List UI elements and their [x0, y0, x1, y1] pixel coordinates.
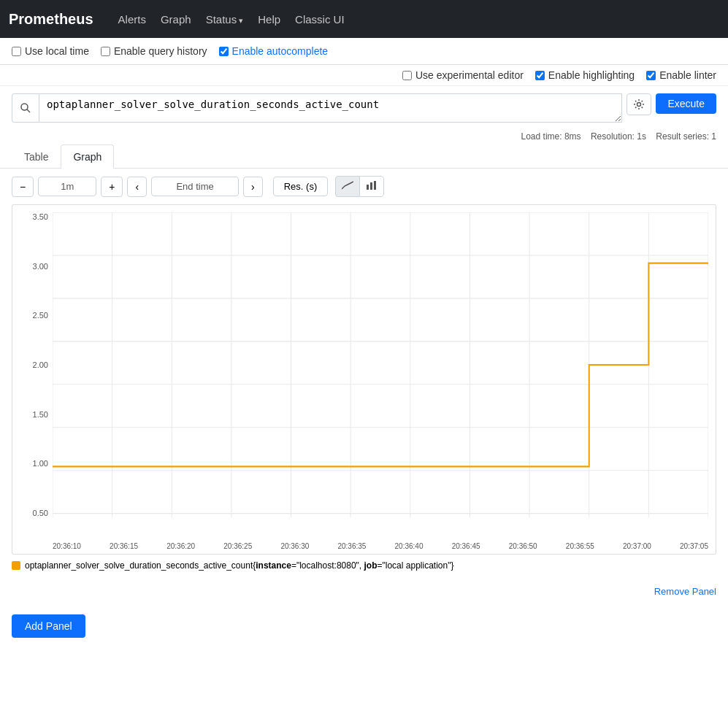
svg-line-1 [27, 109, 30, 112]
zoom-out-button[interactable]: − [12, 177, 34, 197]
experimental-editor-label: Use experimental editor [415, 69, 524, 81]
query-bar: optaplanner_solver_solve_duration_second… [0, 86, 728, 130]
query-input[interactable]: optaplanner_solver_solve_duration_second… [39, 93, 622, 123]
nav-graph[interactable]: Graph [153, 9, 199, 30]
enable-query-history-checkbox[interactable] [101, 47, 110, 56]
svg-rect-4 [370, 182, 372, 190]
enable-linter-label: Enable linter [659, 69, 716, 81]
add-panel-area: Add Panel [0, 603, 728, 649]
y-label-1: 3.00 [33, 262, 48, 271]
search-button[interactable] [12, 93, 39, 123]
resolution-button[interactable]: Res. (s) [273, 177, 329, 196]
enable-highlighting-checkbox[interactable] [535, 71, 545, 80]
resolution: Resolution: 1s [591, 131, 646, 142]
y-axis: 3.50 3.00 2.50 2.00 1.50 1.00 0.50 [12, 212, 53, 517]
svg-rect-5 [374, 181, 376, 190]
brand-title: Prometheus [9, 11, 93, 28]
options-bar: Use local time Enable query history Enab… [0, 38, 728, 65]
legend-text: optaplanner_solver_solve_duration_second… [25, 560, 453, 571]
tab-graph[interactable]: Graph [61, 144, 114, 169]
zoom-in-button[interactable]: + [101, 177, 123, 197]
x-label-9: 20:36:55 [566, 542, 594, 550]
use-local-time-option[interactable]: Use local time [12, 45, 89, 57]
x-label-11: 20:37:05 [680, 542, 708, 550]
settings-button[interactable] [627, 93, 651, 115]
chart-container: 3.50 3.00 2.50 2.00 1.50 1.00 0.50 [12, 204, 716, 555]
navbar: Prometheus Alerts Graph Status Help Clas… [0, 0, 728, 38]
x-label-8: 20:36:50 [509, 542, 537, 550]
graph-controls: − 1m + ‹ End time › Res. (s) [0, 169, 728, 204]
y-label-4: 1.50 [33, 410, 48, 419]
x-label-6: 20:36:40 [395, 542, 424, 550]
prev-time-button[interactable]: ‹ [127, 177, 147, 197]
svg-rect-3 [367, 185, 369, 190]
legend-prefix: optaplanner_solver_solve_duration_second… [25, 560, 256, 571]
tab-table[interactable]: Table [12, 144, 61, 169]
y-label-5: 1.00 [33, 459, 48, 468]
y-label-6: 0.50 [33, 509, 48, 517]
enable-linter-option[interactable]: Enable linter [646, 69, 716, 81]
nav-help[interactable]: Help [250, 9, 288, 30]
enable-autocomplete-checkbox[interactable] [219, 47, 229, 56]
enable-query-history-label: Enable query history [114, 45, 207, 57]
x-label-5: 20:36:35 [337, 542, 366, 550]
legend-job-val: ="local application"} [378, 560, 454, 571]
line-chart-icon [342, 180, 353, 190]
gear-icon [633, 99, 645, 110]
stacked-chart-button[interactable] [359, 176, 384, 197]
remove-panel-link[interactable]: Remove Panel [654, 586, 716, 597]
experimental-editor-option[interactable]: Use experimental editor [402, 69, 524, 81]
x-label-7: 20:36:45 [452, 542, 480, 550]
svg-point-0 [21, 104, 28, 110]
enable-linter-checkbox[interactable] [646, 71, 656, 80]
x-axis: 20:36:10 20:36:15 20:36:20 20:36:25 20:3… [53, 542, 708, 550]
chart-svg [53, 212, 708, 517]
x-label-2: 20:36:20 [166, 542, 195, 550]
search-icon [20, 102, 31, 114]
nav-alerts[interactable]: Alerts [111, 9, 153, 30]
chart-legend: optaplanner_solver_solve_duration_second… [0, 555, 728, 579]
enable-query-history-option[interactable]: Enable query history [101, 45, 207, 57]
editor-options-bar: Use experimental editor Enable highlight… [0, 65, 728, 86]
x-label-10: 20:37:00 [623, 542, 651, 550]
duration-display: 1m [38, 177, 96, 196]
load-time: Load time: 8ms [521, 131, 581, 142]
end-time-display: End time [151, 177, 239, 196]
enable-highlighting-label: Enable highlighting [548, 69, 635, 81]
enable-autocomplete-label: Enable autocomplete [232, 45, 329, 57]
enable-highlighting-option[interactable]: Enable highlighting [535, 69, 635, 81]
add-panel-button[interactable]: Add Panel [12, 614, 85, 638]
legend-color-box [12, 561, 20, 570]
x-label-3: 20:36:25 [223, 542, 252, 550]
query-actions: Execute [627, 93, 716, 123]
data-line [53, 263, 708, 467]
x-label-4: 20:36:30 [280, 542, 309, 550]
status-bar: Load time: 8ms Resolution: 1s Result ser… [0, 130, 728, 144]
line-chart-button[interactable] [335, 176, 359, 197]
legend-instance-key: instance [256, 560, 291, 571]
execute-button[interactable]: Execute [656, 93, 716, 114]
panel-footer: Remove Panel [0, 579, 728, 603]
tabs: Table Graph [0, 144, 728, 169]
stacked-chart-icon [366, 180, 378, 190]
chart-type-group [335, 176, 384, 197]
chart-inner [53, 212, 708, 517]
experimental-editor-checkbox[interactable] [402, 71, 412, 80]
use-local-time-checkbox[interactable] [12, 47, 21, 56]
y-label-0: 3.50 [33, 212, 48, 221]
nav-classic-ui[interactable]: Classic UI [288, 9, 352, 30]
use-local-time-label: Use local time [25, 45, 89, 57]
x-label-0: 20:36:10 [53, 542, 81, 550]
x-label-1: 20:36:15 [110, 542, 138, 550]
result-series: Result series: 1 [656, 131, 716, 142]
svg-point-2 [637, 103, 641, 107]
next-time-button[interactable]: › [243, 177, 263, 197]
legend-job-key: job [364, 560, 378, 571]
legend-instance-val: ="localhost:8080", [291, 560, 364, 571]
y-label-2: 2.50 [33, 311, 48, 320]
enable-autocomplete-option[interactable]: Enable autocomplete [219, 45, 329, 57]
y-label-3: 2.00 [33, 360, 48, 369]
nav-status[interactable]: Status [199, 9, 251, 30]
